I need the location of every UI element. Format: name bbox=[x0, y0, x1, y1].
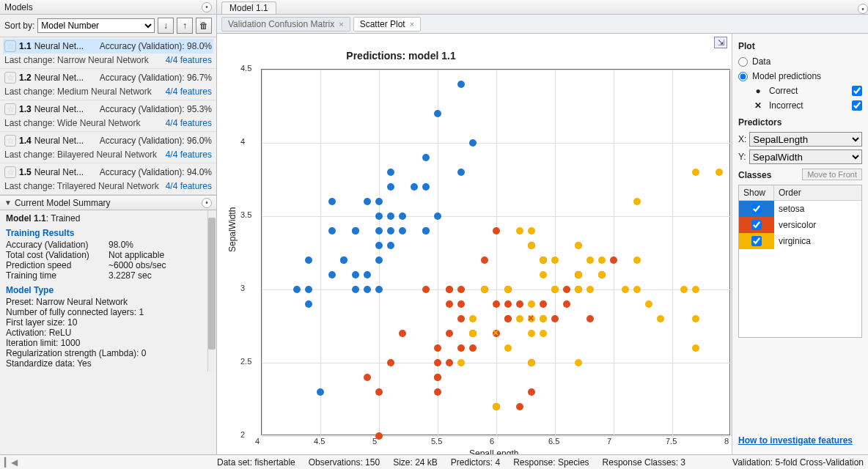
data-point bbox=[317, 388, 324, 396]
data-point bbox=[364, 286, 371, 293]
data-point bbox=[540, 300, 547, 308]
data-point bbox=[657, 315, 664, 322]
delete-button[interactable]: 🗑 bbox=[196, 18, 212, 34]
class-show-checkbox[interactable] bbox=[751, 236, 762, 246]
axes[interactable]: ×× bbox=[261, 69, 730, 435]
incorrect-checkbox[interactable] bbox=[852, 100, 862, 111]
data-point bbox=[457, 344, 465, 352]
data-point bbox=[434, 110, 441, 117]
class-show-checkbox[interactable] bbox=[751, 220, 762, 230]
sub-tab[interactable]: Validation Confusion Matrix× bbox=[221, 17, 350, 32]
data-point bbox=[610, 256, 617, 264]
data-point bbox=[422, 286, 430, 293]
data-point bbox=[422, 183, 430, 191]
x-tick: 6 bbox=[490, 437, 494, 446]
y-tick: 4.5 bbox=[240, 64, 251, 73]
data-point bbox=[457, 286, 465, 293]
star-icon[interactable]: ☆ bbox=[4, 166, 16, 178]
data-point bbox=[364, 271, 371, 278]
models-panel-header: Models • bbox=[0, 0, 216, 15]
star-icon[interactable]: ☆ bbox=[4, 135, 16, 147]
model-item-1.1[interactable]: ☆ 1.1 Neural Net... Accuracy (Validation… bbox=[0, 37, 216, 69]
summary-body: Model 1.1: Trained Training Results Accu… bbox=[0, 210, 216, 372]
close-icon[interactable]: × bbox=[410, 20, 414, 29]
class-show-checkbox[interactable] bbox=[751, 204, 762, 214]
status-dataset: Data set: fishertable bbox=[217, 457, 295, 468]
data-point bbox=[328, 198, 336, 205]
features-link[interactable]: 4/4 features bbox=[166, 86, 212, 97]
incorrect-marker-icon: ✕ bbox=[753, 100, 763, 111]
data-point bbox=[528, 359, 535, 366]
data-point bbox=[598, 271, 606, 278]
radio-model-predictions[interactable] bbox=[738, 72, 748, 81]
radio-data[interactable] bbox=[738, 57, 748, 67]
data-point bbox=[375, 198, 383, 205]
features-link[interactable]: 4/4 features bbox=[166, 118, 212, 128]
data-point bbox=[305, 256, 312, 264]
y-tick: 4 bbox=[240, 137, 245, 146]
move-to-front-button[interactable]: Move to Front bbox=[802, 169, 862, 180]
y-predictor-select[interactable]: SepalWidth bbox=[749, 149, 862, 164]
model-item-1.5[interactable]: ☆ 1.5 Neural Net... Accuracy (Validation… bbox=[0, 163, 216, 195]
panel-menu-icon[interactable]: • bbox=[202, 2, 212, 12]
data-point bbox=[375, 213, 383, 220]
data-point bbox=[387, 242, 394, 249]
data-point bbox=[586, 286, 594, 293]
data-point bbox=[540, 271, 547, 278]
summary-scrollbar[interactable] bbox=[207, 210, 216, 372]
data-point bbox=[692, 344, 699, 352]
nav-back-icon[interactable]: ▎◀ bbox=[4, 457, 18, 468]
features-link[interactable]: 4/4 features bbox=[166, 149, 212, 160]
model-item-1.4[interactable]: ☆ 1.4 Neural Net... Accuracy (Validation… bbox=[0, 132, 216, 163]
data-point bbox=[457, 300, 465, 308]
sub-tab[interactable]: Scatter Plot× bbox=[353, 17, 421, 32]
how-to-link[interactable]: How to investigate features bbox=[738, 431, 862, 450]
class-row[interactable]: setosa bbox=[739, 201, 861, 217]
star-icon[interactable]: ☆ bbox=[4, 103, 16, 115]
data-point bbox=[399, 227, 406, 234]
data-point bbox=[575, 242, 582, 249]
star-icon[interactable]: ☆ bbox=[4, 72, 16, 84]
sort-select[interactable]: Model Number bbox=[37, 18, 155, 33]
data-point bbox=[504, 315, 512, 322]
data-point bbox=[411, 183, 418, 191]
data-point bbox=[528, 300, 535, 308]
data-point bbox=[586, 315, 594, 322]
models-title: Models bbox=[4, 2, 199, 12]
data-point bbox=[540, 256, 547, 264]
data-point bbox=[504, 300, 512, 308]
x-predictor-select[interactable]: SepalLength bbox=[749, 132, 862, 147]
plot-sidebar: Plot Data Model predictions ● Correct ✕ … bbox=[732, 34, 868, 454]
sort-down-button[interactable]: ↓ bbox=[158, 18, 174, 34]
data-point bbox=[387, 169, 394, 176]
summary-menu-icon[interactable]: • bbox=[202, 198, 212, 208]
popout-button[interactable]: ⇲ bbox=[714, 37, 727, 48]
sort-up-button[interactable]: ↑ bbox=[177, 18, 193, 34]
features-link[interactable]: 4/4 features bbox=[166, 181, 212, 191]
data-point bbox=[375, 256, 383, 264]
doc-menu-icon[interactable]: • bbox=[858, 4, 868, 14]
model-item-1.3[interactable]: ☆ 1.3 Neural Net... Accuracy (Validation… bbox=[0, 100, 216, 132]
x-axis-label: SepalLength bbox=[469, 448, 518, 454]
star-icon[interactable]: ☆ bbox=[4, 40, 16, 52]
data-point bbox=[528, 227, 535, 234]
data-point bbox=[422, 227, 430, 234]
model-item-1.2[interactable]: ☆ 1.2 Neural Net... Accuracy (Validation… bbox=[0, 69, 216, 100]
data-point bbox=[481, 256, 488, 264]
data-point bbox=[586, 256, 594, 264]
data-point bbox=[469, 330, 477, 337]
data-point bbox=[575, 359, 582, 366]
correct-checkbox[interactable] bbox=[852, 86, 862, 96]
data-point bbox=[575, 286, 582, 293]
chevron-down-icon[interactable]: ▼ bbox=[4, 199, 12, 207]
class-row[interactable]: versicolor bbox=[739, 217, 861, 233]
status-size: Size: 24 kB bbox=[393, 457, 438, 468]
close-icon[interactable]: × bbox=[339, 20, 343, 29]
class-row[interactable]: virginica bbox=[739, 233, 861, 249]
data-point bbox=[457, 315, 465, 322]
features-link[interactable]: 4/4 features bbox=[166, 55, 212, 65]
x-tick: 8 bbox=[724, 437, 729, 446]
doc-tab-model[interactable]: Model 1.1 bbox=[221, 1, 276, 14]
data-point bbox=[493, 403, 500, 410]
y-tick: 3.5 bbox=[240, 210, 251, 219]
